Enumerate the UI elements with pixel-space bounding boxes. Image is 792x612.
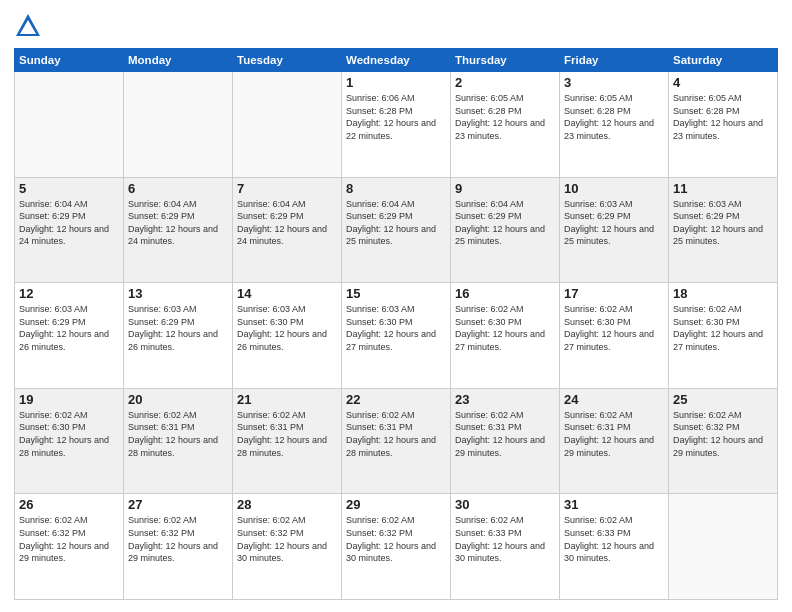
day-number: 15 (346, 286, 446, 301)
day-number: 25 (673, 392, 773, 407)
day-number: 17 (564, 286, 664, 301)
day-number: 2 (455, 75, 555, 90)
logo (14, 12, 46, 40)
calendar-day-cell: 24Sunrise: 6:02 AM Sunset: 6:31 PM Dayli… (560, 388, 669, 494)
day-number: 1 (346, 75, 446, 90)
day-info: Sunrise: 6:02 AM Sunset: 6:30 PM Dayligh… (19, 409, 119, 459)
calendar-week-row: 19Sunrise: 6:02 AM Sunset: 6:30 PM Dayli… (15, 388, 778, 494)
calendar-day-cell: 7Sunrise: 6:04 AM Sunset: 6:29 PM Daylig… (233, 177, 342, 283)
calendar-day-cell: 16Sunrise: 6:02 AM Sunset: 6:30 PM Dayli… (451, 283, 560, 389)
day-number: 29 (346, 497, 446, 512)
page: SundayMondayTuesdayWednesdayThursdayFrid… (0, 0, 792, 612)
day-info: Sunrise: 6:02 AM Sunset: 6:32 PM Dayligh… (346, 514, 446, 564)
day-number: 14 (237, 286, 337, 301)
day-info: Sunrise: 6:02 AM Sunset: 6:31 PM Dayligh… (564, 409, 664, 459)
day-number: 31 (564, 497, 664, 512)
day-of-week-header: Thursday (451, 49, 560, 72)
day-number: 18 (673, 286, 773, 301)
day-number: 4 (673, 75, 773, 90)
calendar-day-cell: 2Sunrise: 6:05 AM Sunset: 6:28 PM Daylig… (451, 72, 560, 178)
day-number: 26 (19, 497, 119, 512)
day-of-week-header: Wednesday (342, 49, 451, 72)
day-number: 7 (237, 181, 337, 196)
day-number: 8 (346, 181, 446, 196)
day-info: Sunrise: 6:04 AM Sunset: 6:29 PM Dayligh… (455, 198, 555, 248)
day-of-week-header: Sunday (15, 49, 124, 72)
calendar-week-row: 12Sunrise: 6:03 AM Sunset: 6:29 PM Dayli… (15, 283, 778, 389)
day-info: Sunrise: 6:02 AM Sunset: 6:31 PM Dayligh… (237, 409, 337, 459)
calendar-day-cell: 22Sunrise: 6:02 AM Sunset: 6:31 PM Dayli… (342, 388, 451, 494)
day-number: 16 (455, 286, 555, 301)
calendar-day-cell: 12Sunrise: 6:03 AM Sunset: 6:29 PM Dayli… (15, 283, 124, 389)
day-info: Sunrise: 6:04 AM Sunset: 6:29 PM Dayligh… (19, 198, 119, 248)
calendar-day-cell (233, 72, 342, 178)
day-number: 22 (346, 392, 446, 407)
day-info: Sunrise: 6:02 AM Sunset: 6:31 PM Dayligh… (346, 409, 446, 459)
day-info: Sunrise: 6:04 AM Sunset: 6:29 PM Dayligh… (128, 198, 228, 248)
calendar-day-cell: 26Sunrise: 6:02 AM Sunset: 6:32 PM Dayli… (15, 494, 124, 600)
day-number: 21 (237, 392, 337, 407)
calendar-day-cell: 25Sunrise: 6:02 AM Sunset: 6:32 PM Dayli… (669, 388, 778, 494)
day-info: Sunrise: 6:04 AM Sunset: 6:29 PM Dayligh… (346, 198, 446, 248)
calendar-day-cell: 19Sunrise: 6:02 AM Sunset: 6:30 PM Dayli… (15, 388, 124, 494)
day-info: Sunrise: 6:02 AM Sunset: 6:30 PM Dayligh… (673, 303, 773, 353)
day-of-week-header: Monday (124, 49, 233, 72)
calendar-day-cell: 28Sunrise: 6:02 AM Sunset: 6:32 PM Dayli… (233, 494, 342, 600)
day-number: 27 (128, 497, 228, 512)
day-number: 13 (128, 286, 228, 301)
day-info: Sunrise: 6:02 AM Sunset: 6:31 PM Dayligh… (455, 409, 555, 459)
day-info: Sunrise: 6:02 AM Sunset: 6:32 PM Dayligh… (673, 409, 773, 459)
day-info: Sunrise: 6:05 AM Sunset: 6:28 PM Dayligh… (564, 92, 664, 142)
header (14, 12, 778, 40)
day-info: Sunrise: 6:02 AM Sunset: 6:32 PM Dayligh… (128, 514, 228, 564)
calendar-day-cell: 9Sunrise: 6:04 AM Sunset: 6:29 PM Daylig… (451, 177, 560, 283)
day-info: Sunrise: 6:05 AM Sunset: 6:28 PM Dayligh… (455, 92, 555, 142)
day-number: 3 (564, 75, 664, 90)
calendar-day-cell (15, 72, 124, 178)
calendar-day-cell: 23Sunrise: 6:02 AM Sunset: 6:31 PM Dayli… (451, 388, 560, 494)
day-info: Sunrise: 6:02 AM Sunset: 6:30 PM Dayligh… (564, 303, 664, 353)
day-number: 28 (237, 497, 337, 512)
day-info: Sunrise: 6:02 AM Sunset: 6:33 PM Dayligh… (564, 514, 664, 564)
day-of-week-header: Tuesday (233, 49, 342, 72)
calendar-day-cell: 10Sunrise: 6:03 AM Sunset: 6:29 PM Dayli… (560, 177, 669, 283)
calendar-week-row: 26Sunrise: 6:02 AM Sunset: 6:32 PM Dayli… (15, 494, 778, 600)
day-number: 19 (19, 392, 119, 407)
calendar-day-cell: 11Sunrise: 6:03 AM Sunset: 6:29 PM Dayli… (669, 177, 778, 283)
day-number: 6 (128, 181, 228, 196)
calendar-day-cell: 15Sunrise: 6:03 AM Sunset: 6:30 PM Dayli… (342, 283, 451, 389)
day-info: Sunrise: 6:02 AM Sunset: 6:33 PM Dayligh… (455, 514, 555, 564)
day-info: Sunrise: 6:03 AM Sunset: 6:29 PM Dayligh… (128, 303, 228, 353)
calendar-week-row: 5Sunrise: 6:04 AM Sunset: 6:29 PM Daylig… (15, 177, 778, 283)
calendar-day-cell: 5Sunrise: 6:04 AM Sunset: 6:29 PM Daylig… (15, 177, 124, 283)
calendar-day-cell: 21Sunrise: 6:02 AM Sunset: 6:31 PM Dayli… (233, 388, 342, 494)
calendar-day-cell: 8Sunrise: 6:04 AM Sunset: 6:29 PM Daylig… (342, 177, 451, 283)
day-info: Sunrise: 6:02 AM Sunset: 6:32 PM Dayligh… (19, 514, 119, 564)
calendar-day-cell: 20Sunrise: 6:02 AM Sunset: 6:31 PM Dayli… (124, 388, 233, 494)
day-of-week-header: Friday (560, 49, 669, 72)
calendar: SundayMondayTuesdayWednesdayThursdayFrid… (14, 48, 778, 600)
calendar-day-cell (669, 494, 778, 600)
day-number: 23 (455, 392, 555, 407)
calendar-day-cell: 1Sunrise: 6:06 AM Sunset: 6:28 PM Daylig… (342, 72, 451, 178)
day-info: Sunrise: 6:06 AM Sunset: 6:28 PM Dayligh… (346, 92, 446, 142)
day-number: 12 (19, 286, 119, 301)
calendar-day-cell: 4Sunrise: 6:05 AM Sunset: 6:28 PM Daylig… (669, 72, 778, 178)
calendar-day-cell: 31Sunrise: 6:02 AM Sunset: 6:33 PM Dayli… (560, 494, 669, 600)
day-number: 9 (455, 181, 555, 196)
day-info: Sunrise: 6:03 AM Sunset: 6:30 PM Dayligh… (237, 303, 337, 353)
calendar-day-cell: 18Sunrise: 6:02 AM Sunset: 6:30 PM Dayli… (669, 283, 778, 389)
day-info: Sunrise: 6:05 AM Sunset: 6:28 PM Dayligh… (673, 92, 773, 142)
calendar-day-cell: 30Sunrise: 6:02 AM Sunset: 6:33 PM Dayli… (451, 494, 560, 600)
day-number: 20 (128, 392, 228, 407)
day-number: 10 (564, 181, 664, 196)
day-info: Sunrise: 6:03 AM Sunset: 6:30 PM Dayligh… (346, 303, 446, 353)
calendar-day-cell: 27Sunrise: 6:02 AM Sunset: 6:32 PM Dayli… (124, 494, 233, 600)
day-number: 30 (455, 497, 555, 512)
day-of-week-header: Saturday (669, 49, 778, 72)
generalblue-icon (14, 12, 42, 40)
day-info: Sunrise: 6:02 AM Sunset: 6:30 PM Dayligh… (455, 303, 555, 353)
day-number: 5 (19, 181, 119, 196)
day-number: 11 (673, 181, 773, 196)
calendar-day-cell (124, 72, 233, 178)
